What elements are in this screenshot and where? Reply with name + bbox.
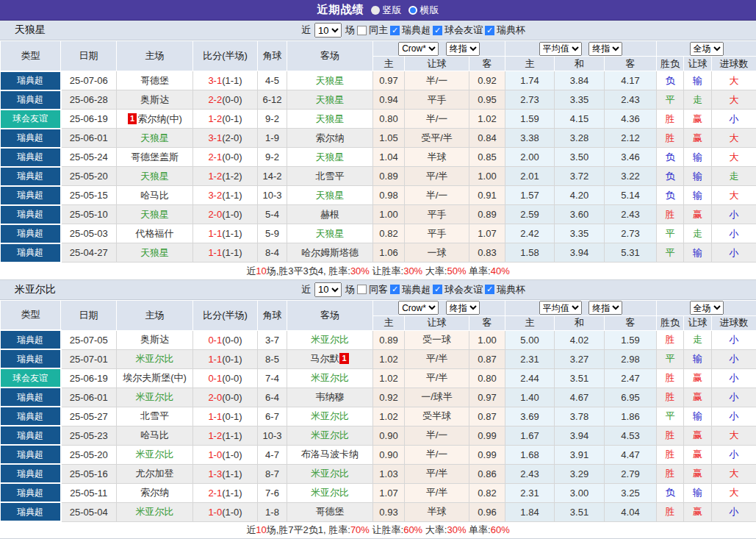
halftime-score: (2-0): [222, 132, 242, 143]
halftime-score: (1-1): [222, 430, 242, 441]
result-text: 赢: [693, 209, 702, 220]
col-avg-away: 客: [605, 57, 657, 71]
odds-home-cell: 1.03: [373, 464, 405, 483]
avg-draw-cell: 3.60: [555, 205, 605, 224]
layout-radio-vertical[interactable]: 竖版: [371, 4, 402, 17]
table-row: 瑞典超25-05-23哈马比1-2(1-1)10-3米亚尔比0.90半/一0.9…: [1, 426, 756, 445]
average-select[interactable]: 平均值: [539, 42, 582, 56]
col-odds-home: 主: [373, 315, 405, 330]
col-avg-away: 客: [605, 315, 657, 330]
type-cell: 瑞典超: [1, 186, 61, 205]
home-team-cell: 天狼星: [117, 243, 193, 263]
away-team-cell: 天狼星: [287, 148, 373, 167]
fulltime-score: 1-2: [208, 430, 222, 441]
goals-result-cell: 小: [712, 368, 756, 388]
odds-handicap-cell: 半/一: [405, 186, 469, 205]
home-team-cell: 尤尔加登: [117, 464, 193, 483]
average-select[interactable]: 平均值: [539, 301, 582, 315]
same-venue-label: 同客: [369, 283, 388, 296]
fulltime-select[interactable]: 全场: [690, 301, 724, 315]
odds-handicap-cell: 平/半: [405, 368, 469, 388]
odds-source-select[interactable]: Crow*: [398, 42, 439, 56]
team-name-text: 天狼星: [140, 171, 169, 182]
halftime-score: (1-1): [222, 247, 242, 258]
radio-selected-icon[interactable]: [371, 6, 380, 15]
odds-source-select[interactable]: Crow*: [398, 301, 439, 315]
table-row: 瑞典超25-06-28奥斯达2-2(0-0)6-12天狼星0.94平手0.952…: [1, 90, 756, 110]
team-name-text: 埃尔夫斯堡(中): [123, 372, 187, 383]
recent-count-select[interactable]: 10: [314, 282, 342, 297]
result-text: 小: [730, 372, 739, 383]
fulltime-score: 1-0: [208, 449, 222, 460]
handicap-result-cell: 输: [684, 148, 712, 167]
avg-home-cell: 2.73: [505, 90, 555, 110]
fulltime-score: 3-1: [208, 132, 222, 143]
result-cell: 平: [657, 90, 684, 110]
fulltime-score: 3-1: [208, 75, 222, 86]
date-cell: 25-05-11: [61, 483, 117, 502]
league-checkbox-cup[interactable]: [485, 285, 494, 294]
league-checkbox-friendly[interactable]: [433, 26, 442, 35]
date-cell: 25-07-05: [61, 330, 117, 349]
type-cell: 球会友谊: [1, 110, 61, 129]
halftime-score: (1-0): [222, 449, 242, 460]
table-row: 瑞典超25-06-01天狼星3-1(2-0)1-9索尔纳1.05受平/半0.84…: [1, 129, 756, 148]
type-cell: 球会友谊: [1, 368, 61, 388]
result-text: 负: [666, 75, 675, 86]
avg-draw-cell: 3.94: [555, 243, 605, 263]
result-text: 小: [730, 247, 739, 258]
goals-result-cell: 小: [712, 349, 756, 368]
avg-final-select[interactable]: 终指: [588, 301, 622, 315]
result-text: 赢: [693, 372, 702, 383]
odds-away-cell: 1.00: [469, 330, 505, 349]
date-cell: 25-06-28: [61, 90, 117, 110]
result-text: 负: [666, 171, 675, 182]
result-text: 大: [730, 468, 739, 479]
halftime-score: (1-0): [222, 209, 242, 220]
same-venue-checkbox[interactable]: [357, 26, 367, 35]
recent-count-select[interactable]: 10: [314, 23, 342, 38]
avg-draw-cell: 3.27: [555, 349, 605, 368]
result-text: 负: [666, 190, 675, 201]
fulltime-select[interactable]: 全场: [690, 42, 724, 56]
same-venue-checkbox[interactable]: [357, 285, 367, 294]
league-checkbox-cup[interactable]: [485, 26, 494, 35]
type-cell: 瑞典超: [1, 90, 61, 110]
avg-away-cell: 2.98: [605, 349, 657, 368]
summary-segment: 30%: [447, 524, 466, 535]
avg-draw-cell: 3.78: [555, 407, 605, 426]
team-name-text: 哈马比: [140, 190, 169, 201]
col-result: 胜负: [657, 57, 684, 71]
odds-handicap-cell: 受一球: [405, 330, 469, 349]
score-cell: 0-1(0-0): [193, 368, 258, 388]
avg-home-cell: 1.67: [505, 426, 555, 445]
avg-home-cell: 1.74: [505, 71, 555, 90]
avg-draw-cell: 3.35: [555, 90, 605, 110]
team-name-text: 米亚尔比: [311, 468, 349, 479]
odds-select-group: Crow* 终指: [373, 300, 505, 315]
radio-unselected-icon[interactable]: [408, 6, 417, 15]
layout-radio-horizontal[interactable]: 横版: [408, 4, 439, 17]
corners-cell: 9-2: [258, 148, 287, 167]
odds-final-select[interactable]: 终指: [446, 42, 480, 56]
odds-final-select[interactable]: 终指: [446, 301, 480, 315]
home-team-cell: 奥斯达: [117, 330, 193, 349]
col-date: 日期: [61, 41, 117, 71]
handicap-result-cell: 赢: [684, 368, 712, 388]
odds-home-cell: 1.02: [373, 349, 405, 368]
avg-final-select[interactable]: 终指: [588, 42, 622, 56]
title-bar: 近期战绩 竖版 横版: [0, 0, 756, 21]
result-text: 负: [666, 151, 675, 163]
team-name-text: 天狼星: [140, 209, 169, 220]
league-checkbox-friendly[interactable]: [433, 285, 442, 294]
red-card-badge: 1: [339, 353, 348, 364]
league-checkbox-allsvenskan[interactable]: [390, 26, 400, 35]
league-checkbox-allsvenskan[interactable]: [390, 285, 400, 294]
result-text: 输: [693, 151, 702, 163]
odds-away-cell: 0.96: [469, 502, 505, 521]
result-text: 大: [730, 151, 739, 163]
team-name-text: 马尔默: [310, 353, 339, 364]
result-text: 赢: [693, 132, 702, 143]
result-text: 赢: [693, 449, 702, 460]
result-cell: 负: [657, 483, 684, 502]
